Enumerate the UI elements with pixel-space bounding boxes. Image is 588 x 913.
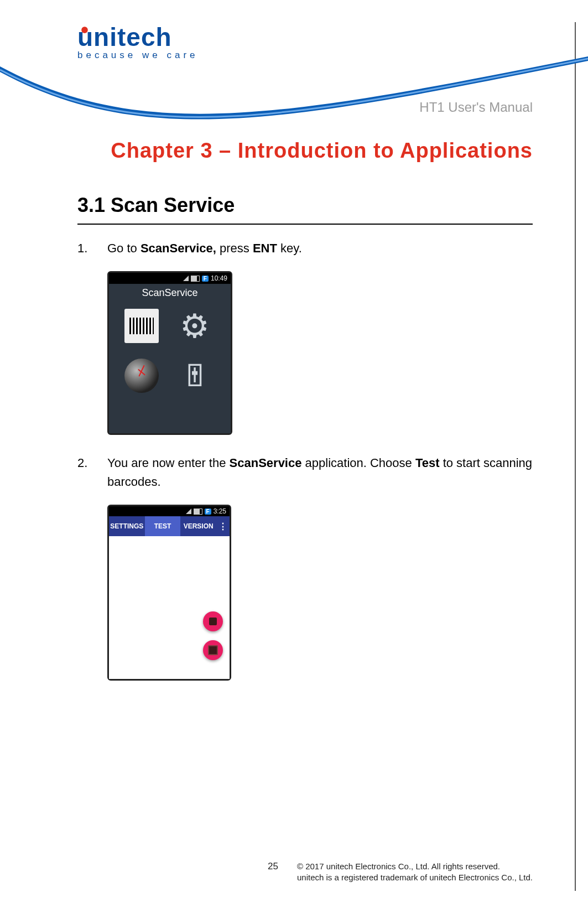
section-title: 3.1 Scan Service [77, 194, 533, 217]
brand-logo: u•nitech because we care [77, 22, 533, 61]
tab-test[interactable]: TEST [145, 516, 181, 536]
fab-scan[interactable] [203, 640, 223, 660]
sliders-app-icon[interactable]: 🎚 [178, 359, 212, 393]
tab-settings[interactable]: SETTINGS [109, 516, 145, 536]
section-rule [77, 224, 533, 225]
signal-icon [186, 509, 191, 514]
phone-screenshot-2: F 3:25 SETTINGS TEST VERSION ⋮ [107, 505, 231, 681]
page-footer: 25 © 2017 unitech Electronics Co., Ltd. … [0, 861, 588, 884]
status-bar: F 3:25 [109, 506, 230, 516]
tab-bar: SETTINGS TEST VERSION ⋮ [109, 516, 230, 536]
instruction-list: 1. Go to ScanService, press ENT key. [77, 239, 533, 258]
logo-brand: u•nitech [77, 22, 533, 52]
document-page: u•nitech because we care HT1 User's Manu… [0, 0, 588, 913]
status-time: 10:49 [211, 274, 227, 282]
fab-stop[interactable] [203, 611, 223, 631]
scan-icon [208, 645, 218, 655]
home-screen: ScanService ⚙ 🎚 [109, 284, 231, 433]
chapter-title: Chapter 3 – Introduction to Applications [77, 131, 533, 170]
step-1: 1. Go to ScanService, press ENT key. [77, 239, 533, 258]
step-text: You are now enter the ScanService applic… [107, 454, 533, 491]
scanservice-screen: SETTINGS TEST VERSION ⋮ [109, 516, 230, 679]
screenshot-1-wrap: F 10:49 ScanService ⚙ 🎚 [77, 271, 533, 435]
footer-copyright: © 2017 unitech Electronics Co., Ltd. All… [297, 861, 533, 884]
f-badge: F [205, 509, 211, 515]
stop-icon [209, 618, 217, 625]
selected-app-label: ScanService [109, 284, 231, 309]
document-title: HT1 User's Manual [77, 100, 533, 115]
header-swoosh [0, 50, 588, 127]
status-time: 3:25 [214, 507, 226, 515]
instruction-list-2: 2. You are now enter the ScanService app… [77, 454, 533, 491]
signal-icon [183, 276, 189, 281]
page-number: 25 [268, 861, 278, 872]
app-grid: ⚙ 🎚 [109, 309, 231, 393]
clock-app-icon[interactable] [124, 359, 159, 393]
barcode-icon [129, 318, 154, 334]
settings-app-icon[interactable]: ⚙ [178, 309, 212, 343]
phone-screenshot-1: F 10:49 ScanService ⚙ 🎚 [107, 271, 232, 435]
right-edge-rule [575, 22, 576, 891]
f-badge: F [202, 276, 209, 282]
step-text: Go to ScanService, press ENT key. [107, 239, 533, 258]
scanservice-app-icon[interactable] [124, 309, 159, 343]
battery-icon [194, 509, 202, 515]
overflow-menu-icon[interactable]: ⋮ [216, 516, 230, 536]
step-number: 2. [77, 454, 107, 491]
logo-tagline: because we care [77, 50, 533, 61]
step-number: 1. [77, 239, 107, 258]
tab-version[interactable]: VERSION [180, 516, 216, 536]
step-2: 2. You are now enter the ScanService app… [77, 454, 533, 491]
status-bar: F 10:49 [109, 273, 231, 284]
screenshot-2-wrap: F 3:25 SETTINGS TEST VERSION ⋮ [77, 505, 533, 681]
battery-icon [191, 276, 200, 282]
